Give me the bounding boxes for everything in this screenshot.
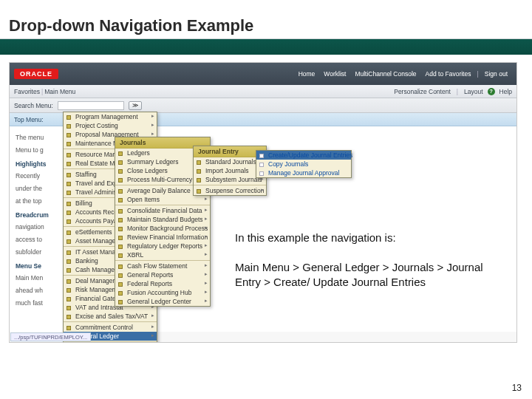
body-text: under the (16, 185, 67, 193)
menu-item[interactable]: Monitor Background Process (115, 224, 210, 233)
menu-item[interactable]: Commitment Control (64, 323, 157, 332)
menu-item[interactable]: General Ledger Center (115, 297, 210, 306)
menu-item[interactable]: Consolidate Financial Data (115, 206, 210, 215)
oracle-searchbar: Search Menu: ≫ (10, 98, 516, 113)
oracle-logo: ORACLE (14, 69, 58, 79)
subnav-personalize[interactable]: Personalize Content (394, 88, 451, 95)
nav-mcc[interactable]: MultiChannel Console (355, 70, 416, 78)
search-label: Search Menu: (14, 102, 53, 109)
body-text: much fast (16, 299, 67, 307)
nav-add-favorites[interactable]: Add to Favorites (426, 70, 471, 78)
separator: | (41, 88, 43, 95)
menu-item[interactable]: XBRL (115, 250, 210, 259)
menu-item[interactable]: Review Financial Information (115, 233, 210, 242)
subnav-mainmenu[interactable]: Main Menu (44, 88, 75, 95)
callout-intro: In this example the navigation is: (235, 231, 501, 245)
menu-item[interactable]: Fusion Accounting Hub (115, 288, 210, 297)
nav-home[interactable]: Home (299, 70, 316, 78)
page-number: 13 (512, 383, 522, 393)
menu-item[interactable]: Regulatory Ledger Reports (115, 242, 210, 250)
menu-item[interactable]: Federal Reports (115, 279, 210, 288)
subnav-favorites[interactable]: Favorites (14, 88, 40, 95)
menu-item[interactable]: Project Costing (64, 121, 157, 130)
separator: | (457, 88, 458, 95)
callout-path: Main Menu > General Ledger > Journals > … (235, 260, 508, 290)
body-text: ahead wh (16, 287, 67, 295)
slide-title: Drop-down Navigation Example (9, 16, 253, 35)
slide-header: Drop-down Navigation Example (0, 0, 532, 46)
menu-item[interactable]: Open Items (115, 195, 210, 204)
subnav-layout[interactable]: Layout (464, 88, 483, 95)
body-text: Menu to g (16, 146, 67, 154)
subnav-help[interactable]: Help (499, 88, 512, 95)
oracle-topbar: ORACLE Home Worklist MultiChannel Consol… (10, 63, 516, 85)
body-text: subfolder (16, 248, 67, 256)
search-input[interactable] (58, 101, 124, 110)
body-text: Main Men (16, 274, 67, 282)
menu-item[interactable]: Program Management (64, 112, 157, 121)
body-text: access to (16, 236, 67, 244)
menu-item[interactable]: Cash Flow Statement (115, 262, 210, 270)
menu-item[interactable]: Manage Journal Approval (256, 168, 351, 177)
body-text: navigation (16, 223, 67, 231)
menu-item[interactable]: Excise and Sales Tax/VAT (64, 312, 157, 321)
oracle-screenshot: ORACLE Home Worklist MultiChannel Consol… (9, 62, 517, 343)
help-icon[interactable]: ? (488, 88, 495, 95)
status-url-hint: .../psp/TUFINPRD/EMPLOY... (10, 332, 91, 341)
body-text: at the top (16, 197, 67, 205)
oracle-subbar: Favorites | Main Menu Personalize Conten… (10, 85, 516, 98)
menu-item[interactable]: Maintain Standard Budgets (115, 215, 210, 224)
menu-item[interactable]: Create/Update Journal Entries (256, 151, 351, 160)
menu-item[interactable]: General Reports (115, 270, 210, 279)
search-go-button[interactable]: ≫ (129, 101, 142, 110)
body-text: Recently (16, 172, 67, 180)
nav-worklist[interactable]: Worklist (324, 70, 346, 78)
green-band (0, 38, 532, 55)
separator: | (477, 70, 478, 78)
menu-item[interactable]: Copy Journals (256, 160, 351, 168)
topmenu-label: Top Menu: (14, 116, 44, 123)
dropdown-journal-entry[interactable]: Create/Update Journal EntriesCopy Journa… (256, 150, 352, 178)
nav-signout[interactable]: Sign out (485, 70, 508, 78)
body-text: The menu (16, 134, 67, 142)
menu-item[interactable]: Suspense Correction (194, 186, 266, 195)
